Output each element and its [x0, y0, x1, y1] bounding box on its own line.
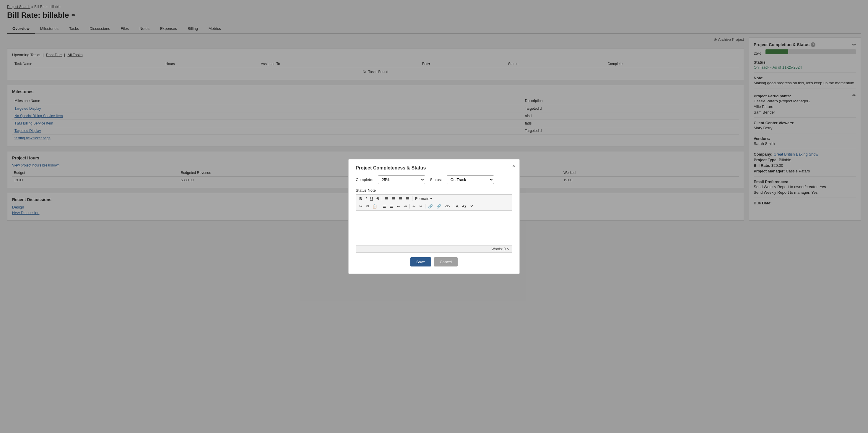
- bold-button[interactable]: B: [358, 196, 363, 201]
- align-right-button[interactable]: ☰: [397, 196, 404, 201]
- undo-button[interactable]: ↩: [411, 203, 417, 209]
- modal-overlay[interactable]: × Project Completeness & Status Complete…: [0, 0, 868, 433]
- clear-format-button[interactable]: ✕: [469, 203, 475, 209]
- complete-select[interactable]: 0%5%10%15%20%25%30%35%40%45%50%55%60%65%…: [378, 175, 425, 184]
- status-select[interactable]: On TrackAt RiskOff TrackOn HoldCompleted: [447, 175, 494, 184]
- resize-handle[interactable]: ⤡: [507, 247, 509, 251]
- toolbar-sep-4: [409, 204, 410, 208]
- modal-actions: Save Cancel: [356, 257, 512, 266]
- indent-button[interactable]: ⇥: [402, 203, 408, 209]
- editor-footer: Words: 0 ⤡: [356, 246, 512, 253]
- unordered-list-button[interactable]: ☰: [381, 203, 388, 209]
- toolbar-sep-2: [412, 196, 412, 201]
- status-label-modal: Status:: [430, 177, 442, 182]
- cut-button[interactable]: ✂: [358, 203, 364, 209]
- modal-close-button[interactable]: ×: [512, 163, 515, 169]
- underline-button[interactable]: U: [369, 196, 374, 201]
- complete-label: Complete:: [356, 177, 373, 182]
- modal-complete-row: Complete: 0%5%10%15%20%25%30%35%40%45%50…: [356, 175, 512, 184]
- copy-button[interactable]: ⧉: [365, 203, 370, 209]
- toolbar-sep-6: [453, 204, 453, 208]
- align-left-button[interactable]: ☰: [383, 196, 390, 201]
- font-color-button[interactable]: A: [454, 203, 460, 209]
- paste-button[interactable]: 📋: [371, 203, 378, 209]
- formats-button[interactable]: Formats ▾: [414, 196, 434, 201]
- save-button[interactable]: Save: [410, 257, 431, 266]
- toolbar-sep-5: [425, 204, 426, 208]
- unlink-button[interactable]: 🔗: [435, 203, 442, 209]
- toolbar-row-break: [358, 202, 510, 203]
- toolbar-sep-3: [380, 204, 380, 208]
- editor-toolbar: B I U S ☰ ☰ ☰ ☰ Formats ▾ ✂ ⧉ 📋 ☰ ☰ ⇤ ⇥ …: [356, 194, 512, 210]
- status-note-label: Status Note: [356, 188, 512, 193]
- modal-dialog: × Project Completeness & Status Complete…: [348, 159, 520, 274]
- link-button[interactable]: 🔗: [427, 203, 434, 209]
- highlight-button[interactable]: A▾: [460, 203, 468, 209]
- justify-button[interactable]: ☰: [404, 196, 411, 201]
- status-note-editor[interactable]: [356, 210, 512, 246]
- outdent-button[interactable]: ⇤: [395, 203, 402, 209]
- italic-button[interactable]: I: [364, 196, 368, 201]
- modal-title: Project Completeness & Status: [356, 165, 512, 171]
- word-count: Words: 0: [492, 247, 506, 251]
- align-center-button[interactable]: ☰: [390, 196, 397, 201]
- strikethrough-button[interactable]: S: [375, 196, 380, 201]
- cancel-button[interactable]: Cancel: [434, 257, 458, 266]
- code-button[interactable]: </>: [443, 203, 452, 209]
- toolbar-sep-1: [382, 196, 382, 201]
- redo-button[interactable]: ↪: [418, 203, 424, 209]
- ordered-list-button[interactable]: ☰: [388, 203, 395, 209]
